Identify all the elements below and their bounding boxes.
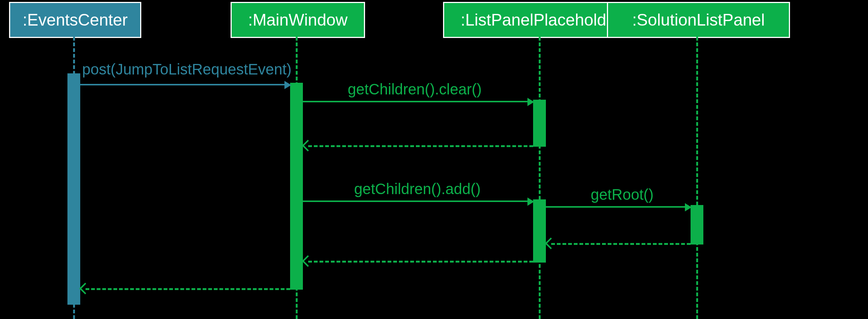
- label: :EventsCenter: [23, 11, 128, 29]
- activation-main-window: [290, 83, 303, 290]
- arrow-getroot: [546, 206, 689, 208]
- return-getroot: [551, 243, 691, 245]
- arrowhead-post: [284, 81, 291, 89]
- label: :SolutionListPanel: [632, 11, 765, 29]
- activation-lpp-clear: [533, 100, 546, 147]
- activation-slp: [691, 205, 703, 245]
- return-post-head: [79, 283, 91, 294]
- arrowhead-getroot: [685, 203, 692, 211]
- arrowhead-clear: [527, 98, 534, 106]
- label-getroot: getRoot(): [591, 186, 654, 203]
- arrow-clear: [303, 101, 532, 102]
- return-clear-head: [302, 140, 313, 151]
- label: :ListPanelPlaceholder: [461, 11, 621, 29]
- return-add: [308, 261, 533, 263]
- return-add-head: [302, 255, 313, 267]
- activation-lpp-add: [533, 199, 546, 263]
- return-clear: [308, 145, 533, 147]
- label-post: post(JumpToListRequestEvent): [82, 61, 292, 78]
- label-add: getChildren().add(): [354, 181, 481, 197]
- arrow-post: [80, 84, 289, 85]
- arrowhead-add: [527, 197, 534, 206]
- activation-events-center: [67, 73, 80, 305]
- participant-events-center-box: :EventsCenter: [9, 2, 141, 38]
- return-getroot-head: [545, 237, 556, 249]
- return-post: [86, 288, 290, 290]
- label-clear: getChildren().clear(): [348, 81, 482, 98]
- lifeline-slp: [696, 37, 698, 319]
- participant-solution-list-panel-box: :SolutionListPanel: [607, 2, 790, 38]
- label: :MainWindow: [248, 11, 347, 29]
- lifeline-lpp: [539, 37, 541, 319]
- participant-main-window-box: :MainWindow: [231, 2, 365, 38]
- arrow-add: [303, 201, 532, 202]
